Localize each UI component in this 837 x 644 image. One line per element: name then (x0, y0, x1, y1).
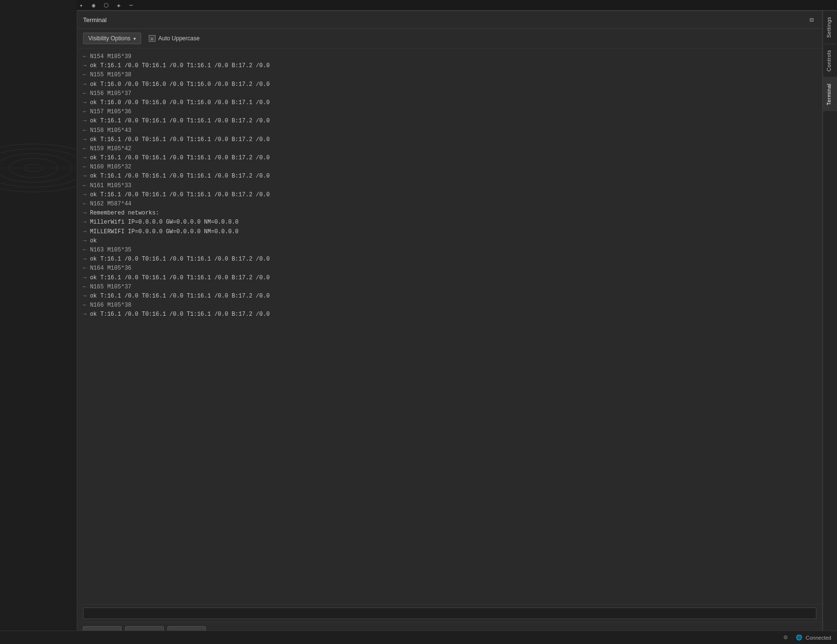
terminal-toolbar: Visibility Options ▾ ☒ Auto Uppercase (77, 29, 822, 48)
log-line: → ok T:16.1 /0.0 T0:16.1 /0.0 T1:16.1 /0… (83, 255, 816, 264)
log-line: ← N165 M105*37 (83, 283, 816, 292)
connection-status-item: 🌐 Connected (795, 634, 831, 642)
log-line: ← N166 M105*38 (83, 301, 816, 310)
log-line: ← N163 M105*35 (83, 246, 816, 255)
log-line: → ok T:16.1 /0.0 T0:16.1 /0.0 T1:16.1 /0… (83, 172, 816, 181)
settings-icon: ⚙ (782, 634, 789, 642)
terminal-output[interactable]: ← N154 M105*39→ ok T:16.1 /0.0 T0:16.1 /… (77, 48, 822, 604)
log-line: ← N164 M105*36 (83, 264, 816, 273)
log-line: → ok T:16.1 /0.0 T0:16.1 /0.0 T1:16.1 /0… (83, 135, 816, 144)
log-line: → ok T:16.1 /0.0 T0:16.1 /0.0 T1:16.1 /0… (83, 191, 816, 200)
auto-uppercase-toggle[interactable]: ☒ Auto Uppercase (149, 35, 200, 42)
terminal-header: Terminal ⊟ (77, 11, 822, 29)
top-toolbar: ◫ ✕ ⬛ ◈ ⬚ ↺ ✦ ◉ ⬡ ✚ ⋯ (0, 0, 837, 11)
log-line: → ok T:16.1 /0.0 T0:16.1 /0.0 T1:16.1 /0… (83, 117, 816, 126)
connection-status-label: Connected (806, 635, 831, 641)
sidebar-tab-controls[interactable]: Controls (823, 44, 837, 77)
toolbar-icon-8[interactable]: ⬡ (102, 1, 110, 10)
log-line: → ok T:16.1 /0.0 T0:16.1 /0.0 T1:16.1 /0… (83, 274, 816, 283)
sidebar-tab-terminal[interactable]: Terminal (823, 77, 837, 111)
viewport-background: -3 -2 (0, 0, 77, 644)
log-line: ← N159 M105*42 (83, 144, 816, 154)
sidebar-tab-settings[interactable]: Settings (823, 11, 837, 44)
minimize-button[interactable]: ⊟ (807, 15, 816, 24)
right-sidebar: Settings Controls Terminal (823, 11, 837, 644)
auto-uppercase-checkbox[interactable]: ☒ (149, 35, 155, 42)
log-line: → ok T:16.1 /0.0 T0:16.1 /0.0 T1:16.1 /0… (83, 61, 816, 71)
dropdown-arrow-icon: ▾ (133, 36, 136, 41)
log-line: → ok T:16.1 /0.0 T0:16.1 /0.0 T1:16.1 /0… (83, 292, 816, 301)
auto-uppercase-label: Auto Uppercase (158, 35, 200, 42)
log-line: → ok T:16.1 /0.0 T0:16.1 /0.0 T1:16.1 /0… (83, 154, 816, 163)
status-bar: ⚙ 🌐 Connected (0, 631, 837, 644)
log-line: → Remembered networks: (83, 209, 816, 218)
terminal-input-field[interactable] (83, 608, 816, 619)
terminal-panel: Terminal ⊟ Visibility Options ▾ ☒ Auto U… (77, 11, 823, 644)
toolbar-icon-6[interactable]: ✦ (77, 1, 85, 10)
log-line: ← N158 M105*43 (83, 126, 816, 135)
visibility-options-button[interactable]: Visibility Options ▾ (83, 33, 141, 44)
toolbar-icon-more[interactable]: ⋯ (127, 1, 135, 10)
settings-status-item[interactable]: ⚙ (782, 634, 789, 642)
log-line: ← N161 M105*33 (83, 181, 816, 191)
log-line: → ok (83, 237, 816, 246)
log-line: ← N160 M105*32 (83, 163, 816, 172)
log-line: ← N157 M105*36 (83, 107, 816, 117)
terminal-title: Terminal (83, 16, 107, 24)
log-line: → ok T:16.0 /0.0 T0:16.0 /0.0 T1:16.0 /0… (83, 98, 816, 107)
log-line: ← N155 M105*38 (83, 71, 816, 80)
log-line: → MillerWifi IP=0.0.0.0 GW=0.0.0.0 NM=0.… (83, 218, 816, 227)
toolbar-icon-9[interactable]: ✚ (114, 1, 123, 10)
log-line: ← N154 M105*39 (83, 52, 816, 61)
log-line: → MILLERWIFI IP=0.0.0.0 GW=0.0.0.0 NM=0.… (83, 227, 816, 237)
log-line: → ok T:16.1 /0.0 T0:16.1 /0.0 T1:16.1 /0… (83, 310, 816, 319)
log-line: → ok T:16.0 /0.0 T0:16.0 /0.0 T1:16.0 /0… (83, 80, 816, 89)
globe-icon: 🌐 (795, 634, 803, 642)
toolbar-icon-7[interactable]: ◉ (89, 1, 98, 10)
log-line: ← N162 M587*44 (83, 200, 816, 209)
terminal-input-area (77, 604, 822, 622)
log-line: ← N156 M105*37 (83, 89, 816, 98)
visibility-options-label: Visibility Options (88, 35, 131, 42)
